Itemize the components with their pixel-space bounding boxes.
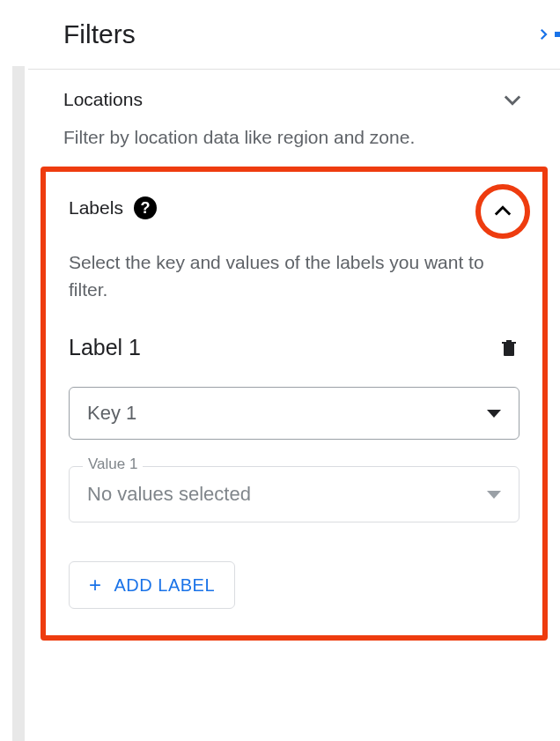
value-select[interactable]: No values selected [69, 466, 519, 522]
labels-section-head[interactable]: Labels ? [69, 196, 519, 219]
labels-section-highlighted: Labels ? Select the key and values of th… [41, 167, 548, 641]
svg-rect-0 [555, 32, 560, 37]
label-entry-head: Label 1 [69, 335, 519, 360]
left-rail [12, 66, 25, 741]
highlighted-chevron[interactable] [475, 184, 530, 239]
locations-section-head[interactable]: Locations [63, 87, 525, 112]
bar-icon [555, 22, 560, 47]
label-entry-name: Label 1 [69, 335, 141, 360]
chevron-right-icon [535, 22, 551, 47]
trash-icon[interactable] [498, 337, 519, 359]
locations-title: Locations [63, 89, 143, 110]
chevron-down-icon [500, 87, 525, 112]
add-label-button[interactable]: + ADD LABEL [69, 561, 235, 609]
chevron-up-icon [490, 199, 515, 224]
key-select-value: Key 1 [87, 402, 136, 425]
value-select-value: No values selected [87, 483, 251, 506]
locations-subtitle: Filter by location data like region and … [63, 124, 525, 151]
labels-subtitle: Select the key and values of the labels … [69, 249, 519, 303]
filters-panel: Filters Locations Filter by location dat… [28, 0, 560, 641]
panel-collapse-button[interactable] [535, 22, 560, 47]
caret-down-icon [487, 491, 501, 499]
plus-icon: + [89, 574, 102, 596]
filters-header: Filters [28, 0, 560, 70]
labels-title-row: Labels ? [69, 196, 157, 219]
labels-title: Labels [69, 197, 123, 219]
add-label-button-text: ADD LABEL [114, 575, 216, 596]
locations-section: Locations Filter by location data like r… [28, 70, 560, 151]
caret-down-icon [487, 410, 501, 418]
key-select[interactable]: Key 1 [69, 387, 519, 440]
value-select-label: Value 1 [83, 456, 143, 473]
page-title: Filters [63, 19, 136, 49]
help-icon[interactable]: ? [134, 196, 157, 219]
value-select-wrap: Value 1 No values selected [69, 466, 519, 522]
